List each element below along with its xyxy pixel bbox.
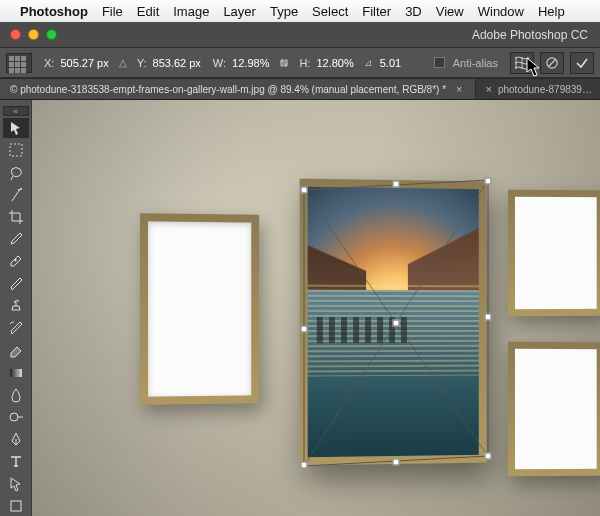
menu-edit[interactable]: Edit <box>137 4 159 19</box>
tools-panel: « <box>0 100 32 516</box>
healing-brush-tool[interactable] <box>3 251 29 271</box>
antialias-label: Anti-alias <box>453 57 498 69</box>
aspect-link-icon[interactable] <box>277 56 291 70</box>
menu-help[interactable]: Help <box>538 4 565 19</box>
path-select-tool[interactable] <box>3 474 29 494</box>
h-value[interactable]: 12.80% <box>316 57 353 69</box>
app-title: Adobe Photoshop CC <box>57 28 600 42</box>
document-canvas[interactable] <box>32 100 600 516</box>
pen-tool[interactable] <box>3 429 29 449</box>
work-area: « <box>0 100 600 516</box>
x-value[interactable]: 505.27 px <box>60 57 108 69</box>
reference-point-locator[interactable] <box>6 53 32 73</box>
y-value[interactable]: 853.62 px <box>153 57 201 69</box>
eraser-tool[interactable] <box>3 340 29 360</box>
window-controls <box>0 29 57 40</box>
svg-rect-5 <box>11 501 21 511</box>
zoom-window-button[interactable] <box>46 29 57 40</box>
svg-point-4 <box>10 413 18 421</box>
eyedropper-tool[interactable] <box>3 229 29 249</box>
mac-menubar[interactable]: Photoshop File Edit Image Layer Type Sel… <box>0 0 600 22</box>
document-tab-active-label: © photodune-3183538-empt-frames-on-galle… <box>10 84 446 95</box>
frame-bottom-right <box>508 342 600 477</box>
menu-filter[interactable]: Filter <box>362 4 391 19</box>
menu-image[interactable]: Image <box>173 4 209 19</box>
lasso-tool[interactable] <box>3 162 29 182</box>
menu-3d[interactable]: 3D <box>405 4 422 19</box>
options-bar: X: 505.27 px △ Y: 853.62 px W: 12.98% H:… <box>0 48 600 78</box>
antialias-checkbox[interactable] <box>434 57 445 68</box>
w-label: W: <box>213 57 226 69</box>
history-brush-tool[interactable] <box>3 318 29 338</box>
w-value[interactable]: 12.98% <box>232 57 269 69</box>
dodge-tool[interactable] <box>3 407 29 427</box>
menu-select[interactable]: Select <box>312 4 348 19</box>
h-label: H: <box>299 57 310 69</box>
angle-icon[interactable]: ⊿ <box>364 57 372 68</box>
document-tab-inactive[interactable]: × photodune-879839… <box>476 79 601 99</box>
gradient-tool[interactable] <box>3 362 29 382</box>
tools-collapse-icon[interactable]: « <box>3 106 29 116</box>
clone-stamp-tool[interactable] <box>3 296 29 316</box>
document-tab-strip: © photodune-3183538-empt-frames-on-galle… <box>0 78 600 100</box>
shape-tool[interactable] <box>3 496 29 516</box>
menu-view[interactable]: View <box>436 4 464 19</box>
frame-top-right <box>508 190 600 317</box>
menu-window[interactable]: Window <box>478 4 524 19</box>
menu-type[interactable]: Type <box>270 4 298 19</box>
type-tool[interactable] <box>3 451 29 471</box>
menu-layer[interactable]: Layer <box>223 4 256 19</box>
warp-mode-button[interactable] <box>510 52 534 74</box>
transform-bounding-box[interactable] <box>302 178 490 468</box>
crop-tool[interactable] <box>3 207 29 227</box>
menu-file[interactable]: File <box>102 4 123 19</box>
app-header: Adobe Photoshop CC <box>0 22 600 48</box>
angle-value[interactable]: 5.01 <box>380 57 401 69</box>
close-window-button[interactable] <box>10 29 21 40</box>
delta-icon[interactable]: △ <box>119 57 127 68</box>
brush-tool[interactable] <box>3 274 29 294</box>
close-tab-icon[interactable]: × <box>486 83 492 95</box>
svg-rect-3 <box>10 369 22 377</box>
document-tab-inactive-label: photodune-879839… <box>498 84 592 95</box>
x-label: X: <box>44 57 54 69</box>
minimize-window-button[interactable] <box>28 29 39 40</box>
blur-tool[interactable] <box>3 385 29 405</box>
close-tab-icon[interactable]: × <box>456 83 462 95</box>
commit-transform-button[interactable] <box>570 52 594 74</box>
svg-rect-2 <box>10 144 22 156</box>
move-tool[interactable] <box>3 118 29 138</box>
svg-line-1 <box>549 59 556 66</box>
document-tab-active[interactable]: © photodune-3183538-empt-frames-on-galle… <box>0 79 476 99</box>
frame-left <box>140 213 259 405</box>
app-menu[interactable]: Photoshop <box>20 4 88 19</box>
marquee-tool[interactable] <box>3 140 29 160</box>
magic-wand-tool[interactable] <box>3 185 29 205</box>
y-label: Y: <box>137 57 147 69</box>
cancel-transform-button[interactable] <box>540 52 564 74</box>
